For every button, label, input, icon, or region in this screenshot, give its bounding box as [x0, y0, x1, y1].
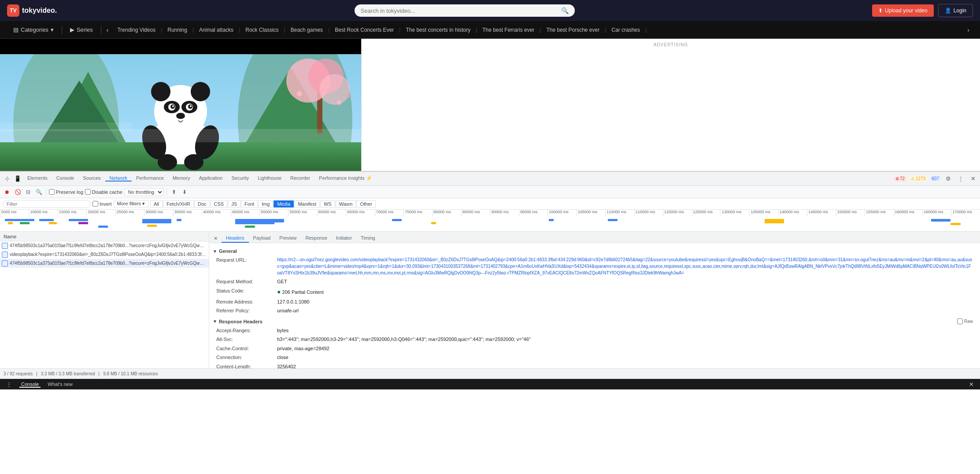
device-icon[interactable]: 📱: [12, 174, 23, 184]
response-headers-section-header[interactable]: ▼ Response Headers: [213, 317, 954, 326]
tags-prev-arrow[interactable]: ‹: [103, 26, 112, 33]
details-close-btn[interactable]: ✕: [211, 234, 220, 243]
timeline-bar: [950, 223, 960, 225]
svg-point-24: [172, 105, 174, 107]
console-tab-what's-new[interactable]: What's new: [46, 381, 74, 388]
login-button[interactable]: 👤 Login: [938, 4, 973, 17]
request-name: videoplayback?expire=1731432060&ei=_B0zZ…: [10, 252, 207, 257]
details-tab-headers[interactable]: Headers: [222, 234, 249, 243]
error-icon: ⊗: [895, 176, 899, 181]
clear-btn[interactable]: 🚫: [13, 188, 22, 196]
console-tab-console[interactable]: Console: [19, 381, 41, 388]
devtools-tab-network[interactable]: Network: [105, 175, 132, 181]
throttling-select[interactable]: No throttling: [124, 188, 164, 196]
video-container: [0, 39, 361, 171]
timeline-bar: [177, 219, 181, 221]
more-icon[interactable]: ⋮: [955, 174, 966, 184]
tags-next-arrow[interactable]: ›: [964, 26, 973, 33]
tag-item[interactable]: Animal attacks: [194, 27, 239, 33]
devtools-tab-recorder[interactable]: Recorder: [286, 175, 314, 181]
import-icon[interactable]: ⬆: [170, 188, 178, 196]
timeline-bar: [265, 219, 285, 222]
requests-panel: Name 474f5b98503c1a375a01f3ae7f1c9fefd7e…: [0, 232, 209, 368]
search-input[interactable]: [361, 7, 558, 14]
filter-type-manifest[interactable]: Manifest: [294, 200, 320, 207]
tag-item[interactable]: The best Ferraris ever: [477, 27, 540, 33]
tag-item[interactable]: Car crashes: [606, 27, 645, 33]
search-icon[interactable]: 🔍: [561, 7, 569, 14]
search-icon[interactable]: 🔍: [34, 188, 43, 196]
filter-type-css[interactable]: CSS: [211, 200, 228, 207]
tag-item[interactable]: Rock Classics: [240, 27, 284, 33]
filter-type-other[interactable]: Other: [356, 200, 376, 207]
series-menu[interactable]: ▶ Series: [64, 21, 99, 38]
tag-item[interactable]: Trending Videos: [112, 27, 161, 33]
response-header-row: Alt-Svc:h3=":443"; ma=2592000,h3-29=":44…: [213, 335, 976, 344]
video-player[interactable]: [0, 54, 361, 171]
details-tab-preview[interactable]: Preview: [275, 234, 301, 243]
filter-type-doc[interactable]: Doc: [194, 200, 210, 207]
preserve-log-checkbox[interactable]: Preserve log: [49, 189, 83, 195]
logo[interactable]: TV tokyvideo.: [7, 4, 57, 17]
console-close-icon[interactable]: ✕: [966, 379, 976, 390]
console-menu-icon[interactable]: ⋮: [4, 379, 14, 390]
svg-point-30: [184, 154, 203, 170]
devtools-tab-elements[interactable]: Elements: [23, 175, 52, 181]
details-tab-timing[interactable]: Timing: [356, 234, 380, 243]
filter-type-wasm[interactable]: Wasm: [336, 200, 356, 207]
tag-item[interactable]: Running: [162, 27, 192, 33]
timeline-tick: 135000 ms: [749, 210, 778, 217]
categories-menu[interactable]: ▤ Categories ▾: [7, 21, 60, 38]
filter-icon[interactable]: ⊟: [24, 188, 33, 196]
devtools-tab-security[interactable]: Security: [227, 175, 253, 181]
raw-checkbox[interactable]: Raw: [954, 318, 976, 325]
header-value: close: [277, 354, 973, 361]
info-badge: 607: [929, 176, 941, 181]
filter-type-js[interactable]: JS: [228, 200, 240, 207]
record-stop-btn[interactable]: ⏺: [3, 188, 11, 196]
devtools-tab-performanceinsights[interactable]: Performance insights ⚡: [314, 175, 376, 182]
timeline-tick: 85000 ms: [461, 210, 490, 217]
filter-type-img[interactable]: Img: [258, 200, 273, 207]
request-list-item[interactable]: videoplayback?expire=1731432060&ei=_B0zZ…: [0, 250, 209, 259]
details-tab-response[interactable]: Response: [301, 234, 332, 243]
tag-item[interactable]: Best Rock Concerts Ever: [329, 27, 399, 33]
devtools-tab-console[interactable]: Console: [52, 175, 78, 181]
filter-type-ws[interactable]: WS: [320, 200, 335, 207]
disable-cache-checkbox[interactable]: Disable cache: [85, 189, 122, 195]
devtools-tab-performance[interactable]: Performance: [132, 175, 168, 181]
devtools-tab-memory[interactable]: Memory: [168, 175, 195, 181]
general-section-header[interactable]: ▼ General: [213, 247, 976, 256]
timeline-bar: [931, 219, 951, 222]
video-frame: [0, 54, 361, 171]
console-tabs: ConsoleWhat's new: [19, 381, 74, 388]
console-close-btn[interactable]: ✕: [966, 379, 976, 390]
tag-item[interactable]: The best Porsche ever: [541, 27, 605, 33]
header-name: Cache-Control:: [216, 345, 274, 352]
filter-type-font[interactable]: Font: [241, 200, 258, 207]
request-list-item[interactable]: 474f5b98503c1a375a01f3ae7f1c9fefd7e8bcc2…: [0, 241, 209, 250]
separator-2: [166, 189, 167, 196]
filter-type-fetch/xhr[interactable]: Fetch/XHR: [163, 200, 194, 207]
close-icon[interactable]: ✕: [968, 174, 978, 184]
details-tab-initiator[interactable]: Initiator: [332, 234, 356, 243]
devtools-tab-lighthouse[interactable]: Lighthouse: [253, 175, 286, 181]
requests-list: 474f5b98503c1a375a01f3ae7f1c9fefd7e8bcc2…: [0, 241, 209, 268]
settings-icon[interactable]: ⚙: [943, 174, 954, 184]
invert-checkbox[interactable]: Invert: [92, 201, 112, 207]
tag-item[interactable]: The best concerts in history: [400, 27, 476, 33]
devtools-tab-sources[interactable]: Sources: [78, 175, 105, 181]
inspect-icon[interactable]: ⊹: [2, 174, 12, 184]
filter-type-all[interactable]: All: [150, 200, 163, 207]
svg-point-29: [158, 154, 177, 170]
filter-input[interactable]: [3, 200, 91, 208]
export-icon[interactable]: ⬇: [180, 188, 189, 196]
details-tab-payload[interactable]: Payload: [249, 234, 275, 243]
filter-type-media[interactable]: Media: [274, 200, 294, 207]
request-list-item[interactable]: 474f5b98503c1a375a01f3ae7f1c9fefd7e8bcc2…: [0, 259, 209, 268]
logo-text: tokyvideo.: [22, 7, 57, 15]
tag-item[interactable]: Beach games: [285, 27, 328, 33]
devtools-tab-application[interactable]: Application: [195, 175, 227, 181]
upload-button[interactable]: ⬆ Upload your video: [872, 4, 934, 17]
more-filters-btn[interactable]: More filters ▾: [114, 200, 148, 207]
